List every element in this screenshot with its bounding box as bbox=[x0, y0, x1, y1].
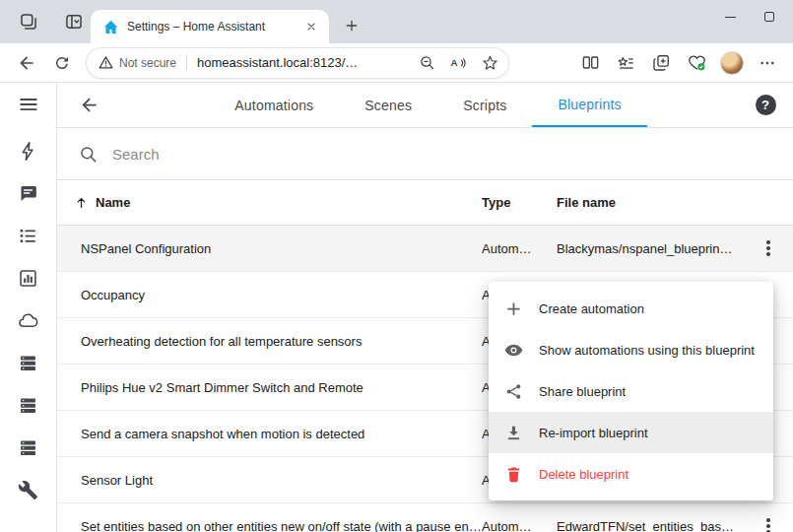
cell-name: Overheating detection for all temperatur… bbox=[57, 334, 482, 349]
tab-scripts[interactable]: Scripts bbox=[437, 83, 532, 127]
table-row[interactable]: NSPanel Configuration Autom… Blackymas/n… bbox=[57, 226, 793, 272]
minimize-button[interactable] bbox=[710, 0, 750, 33]
tab-automations[interactable]: Automations bbox=[209, 83, 339, 127]
cell-file: EdwardTFN/set_entities_bas… bbox=[557, 519, 744, 532]
browser-tab[interactable]: Settings – Home Assistant bbox=[91, 10, 329, 43]
browser-essentials-icon[interactable] bbox=[681, 47, 712, 79]
maximize-button[interactable] bbox=[750, 0, 789, 33]
list-icon[interactable] bbox=[17, 224, 40, 247]
file-column-header[interactable]: File name bbox=[557, 195, 744, 210]
menu-item-delete-blueprint[interactable]: Delete blueprint bbox=[489, 453, 773, 495]
security-label: Not secure bbox=[119, 56, 176, 70]
minimize-icon bbox=[725, 17, 736, 18]
browser-titlebar: Settings – Home Assistant bbox=[0, 0, 793, 43]
favorite-star-icon[interactable] bbox=[477, 50, 502, 76]
menu-item-label: Create automation bbox=[539, 301, 644, 316]
ha-toolbar: Automations Scenes Scripts Blueprints ? bbox=[57, 83, 793, 128]
collections-icon[interactable] bbox=[645, 47, 677, 79]
blueprint-context-menu: Create automation Show automations using… bbox=[489, 282, 773, 500]
lightning-icon[interactable] bbox=[17, 139, 40, 163]
plus-icon bbox=[502, 298, 524, 319]
table-header: Name Type File name bbox=[57, 179, 793, 226]
url-bar[interactable]: Not secure homeassistant.local:8123/… A bbox=[87, 48, 508, 78]
menu-item-share-blueprint[interactable]: Share blueprint bbox=[489, 370, 773, 412]
search-input[interactable] bbox=[110, 145, 426, 164]
trash-icon bbox=[502, 463, 524, 485]
search-field[interactable] bbox=[57, 128, 793, 179]
favorites-icon[interactable] bbox=[610, 47, 641, 79]
ha-back-button[interactable] bbox=[69, 86, 108, 125]
menu-item-label: Share blueprint bbox=[539, 384, 626, 399]
cell-name: Sensor Light bbox=[57, 473, 482, 488]
row-overflow-menu-icon[interactable] bbox=[744, 240, 793, 256]
ha-sidebar bbox=[0, 83, 57, 532]
browser-addressbar: Not secure homeassistant.local:8123/… A bbox=[0, 43, 793, 83]
profile-avatar[interactable] bbox=[716, 47, 748, 79]
stack-icon-2[interactable] bbox=[17, 393, 40, 417]
browser-window: Settings – Home Assistant Not secure hom bbox=[0, 0, 793, 532]
cell-type: Autom… bbox=[482, 519, 557, 532]
cell-name: NSPanel Configuration bbox=[57, 241, 482, 256]
read-aloud-icon[interactable]: A bbox=[445, 50, 471, 76]
not-secure-warning-icon[interactable] bbox=[99, 55, 113, 70]
menu-item-label: Delete blueprint bbox=[539, 467, 628, 482]
import-icon bbox=[502, 422, 524, 443]
workspaces-icon[interactable] bbox=[16, 9, 41, 34]
ha-tab-bar: Automations Scenes Scripts Blueprints bbox=[108, 83, 748, 127]
sidebar-menu-icon[interactable] bbox=[15, 91, 42, 118]
stack-icon-3[interactable] bbox=[17, 435, 40, 459]
vertical-tabs-icon[interactable] bbox=[61, 9, 87, 34]
tab-blueprints[interactable]: Blueprints bbox=[532, 83, 646, 127]
search-icon bbox=[79, 145, 98, 164]
type-column-header[interactable]: Type bbox=[482, 195, 557, 210]
chart-icon[interactable] bbox=[17, 266, 40, 290]
svg-text:A: A bbox=[451, 57, 458, 68]
help-icon: ? bbox=[756, 95, 776, 115]
zoom-out-icon[interactable] bbox=[414, 50, 439, 76]
chat-icon[interactable] bbox=[17, 181, 40, 205]
avatar bbox=[720, 51, 744, 75]
eye-icon bbox=[502, 339, 524, 361]
share-icon bbox=[502, 380, 524, 402]
tab-close-icon[interactable] bbox=[301, 17, 321, 36]
maximize-icon bbox=[764, 12, 774, 22]
wrench-icon[interactable] bbox=[17, 478, 40, 501]
cell-name: Send a camera snapshot when motion is de… bbox=[57, 427, 482, 441]
new-tab-button[interactable] bbox=[339, 13, 364, 38]
home-assistant-favicon-icon bbox=[102, 19, 119, 35]
back-button[interactable] bbox=[10, 47, 43, 79]
split-screen-icon[interactable] bbox=[574, 47, 606, 79]
menu-item-create-automation[interactable]: Create automation bbox=[489, 288, 773, 329]
divider bbox=[186, 55, 187, 71]
table-row[interactable]: Set entities based on other entities new… bbox=[57, 503, 793, 532]
menu-item-label: Show automations using this blueprint bbox=[539, 343, 755, 358]
cell-name: Occupancy bbox=[57, 288, 482, 302]
help-button[interactable]: ? bbox=[748, 88, 783, 123]
tab-title: Settings – Home Assistant bbox=[127, 20, 301, 33]
sort-ascending-icon bbox=[74, 195, 89, 210]
menu-item-reimport-blueprint[interactable]: Re-import blueprint bbox=[489, 412, 773, 453]
stack-icon-1[interactable] bbox=[17, 351, 40, 374]
cell-file: Blackymas/nspanel_blueprin… bbox=[557, 241, 744, 256]
url-text[interactable]: homeassistant.local:8123/… bbox=[197, 55, 408, 70]
refresh-button[interactable] bbox=[45, 47, 79, 79]
cell-type: Autom… bbox=[482, 241, 557, 256]
row-overflow-menu-icon[interactable] bbox=[744, 518, 793, 532]
menu-item-show-automations[interactable]: Show automations using this blueprint bbox=[489, 329, 773, 370]
name-column-header[interactable]: Name bbox=[57, 195, 482, 210]
more-menu-icon[interactable] bbox=[752, 47, 783, 79]
tab-scenes[interactable]: Scenes bbox=[339, 83, 437, 127]
name-header-label: Name bbox=[96, 195, 130, 210]
cloud-icon[interactable] bbox=[17, 308, 40, 332]
menu-item-label: Re-import blueprint bbox=[539, 426, 648, 440]
cell-name: Philips Hue v2 Smart Dimmer Switch and R… bbox=[57, 380, 482, 395]
cell-name: Set entities based on other entities new… bbox=[57, 519, 482, 532]
